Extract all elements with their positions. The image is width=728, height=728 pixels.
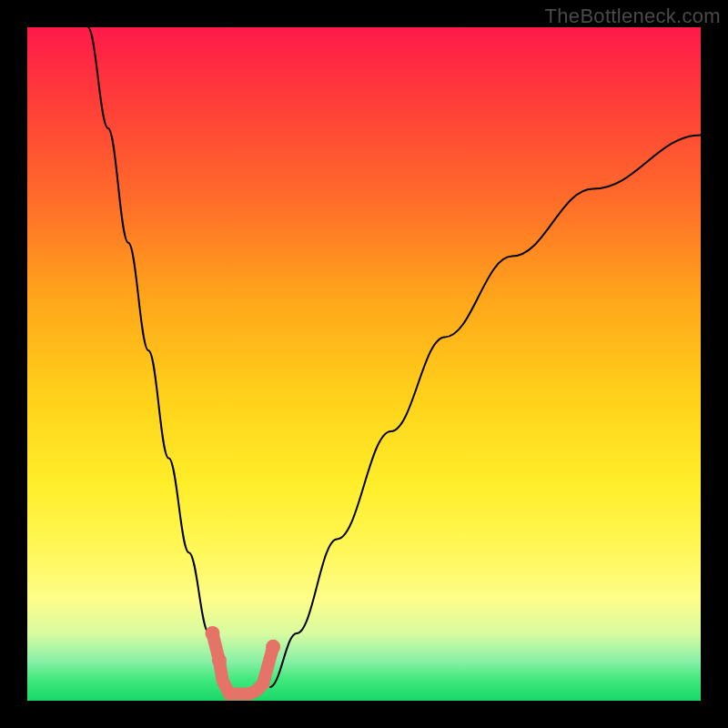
- left-branch-curve: [88, 27, 223, 687]
- chart-svg: [27, 27, 701, 701]
- marker-dot: [206, 626, 220, 641]
- marker-cluster: [206, 626, 281, 694]
- plot-area: [27, 27, 701, 701]
- marker-dot: [266, 640, 280, 654]
- curve-layer: [88, 27, 701, 687]
- right-branch-curve: [269, 135, 701, 687]
- marker-dot: [212, 653, 227, 668]
- watermark-text: TheBottleneck.com: [545, 5, 721, 28]
- chart-frame: TheBottleneck.com: [0, 0, 728, 728]
